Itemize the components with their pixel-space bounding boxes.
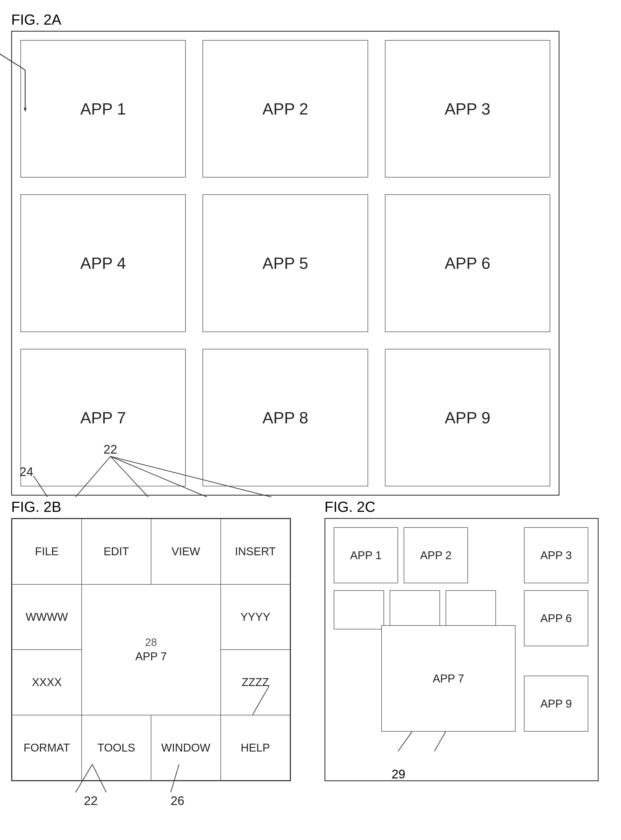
svg-text:26: 26 bbox=[171, 794, 184, 808]
svg-line-11 bbox=[76, 764, 92, 792]
app-cell-9: APP 9 bbox=[385, 349, 550, 486]
menu-app7-text: APP 7 bbox=[135, 650, 167, 663]
fig2c-outer: APP 1 APP 2 APP 3 APP 6 APP 7 APP 9 bbox=[324, 518, 598, 781]
svg-line-12 bbox=[92, 764, 106, 792]
menu-file: FILE bbox=[12, 519, 82, 584]
svg-text:22: 22 bbox=[84, 794, 98, 808]
fig2c-ann29: 29 bbox=[392, 767, 405, 781]
fig2c-small1 bbox=[334, 590, 384, 629]
svg-line-4 bbox=[33, 476, 48, 497]
app-cell-6: APP 6 bbox=[385, 194, 550, 332]
ann28-label: 28 bbox=[145, 636, 157, 649]
fig2c-app3: APP 3 bbox=[524, 527, 588, 583]
menu-view: VIEW bbox=[151, 519, 221, 584]
app-cell-4: APP 4 bbox=[20, 194, 186, 332]
app-cell-5: APP 5 bbox=[203, 194, 368, 332]
svg-text:24: 24 bbox=[20, 465, 33, 478]
fig2b-outer: FILE EDIT VIEW INSERT WWWW 28 APP 7 YYYY… bbox=[11, 518, 291, 781]
fig2b-ann-svg-bottom: 22 26 bbox=[11, 764, 319, 809]
fig2b-ann-svg-top: 24 22 bbox=[11, 442, 319, 504]
svg-line-7 bbox=[111, 456, 148, 497]
fig2c-label: FIG. 2C bbox=[324, 498, 598, 515]
fig2c-app6: APP 6 bbox=[524, 590, 588, 646]
app-cell-3: APP 3 bbox=[385, 40, 550, 178]
menu-zzzz: ZZZZ bbox=[221, 650, 290, 715]
svg-line-14 bbox=[171, 764, 179, 792]
fig2c-small2 bbox=[390, 590, 440, 629]
svg-text:22: 22 bbox=[103, 442, 117, 456]
page-container: FIG. 2A 20 APP 1 APP 2 APP 3 APP 4 APP 5… bbox=[0, 0, 621, 840]
svg-line-16 bbox=[398, 732, 412, 751]
svg-line-8 bbox=[111, 456, 207, 497]
menu-yyyy: YYYY bbox=[221, 584, 290, 650]
menu-xxxx: XXXX bbox=[12, 650, 82, 715]
fig2a-outer: APP 1 APP 2 APP 3 APP 4 APP 5 APP 6 APP … bbox=[11, 31, 559, 495]
app-cell-2: APP 2 bbox=[203, 40, 368, 178]
menu-grid: FILE EDIT VIEW INSERT WWWW 28 APP 7 YYYY… bbox=[12, 519, 290, 780]
menu-wwww: WWWW bbox=[12, 584, 82, 650]
app-cell-1: APP 1 bbox=[20, 40, 186, 178]
fig2c-app1: APP 1 bbox=[334, 527, 398, 583]
app-grid: APP 1 APP 2 APP 3 APP 4 APP 5 APP 6 APP … bbox=[12, 32, 559, 495]
svg-line-17 bbox=[435, 732, 445, 751]
overlap-layout: APP 1 APP 2 APP 3 APP 6 APP 7 APP 9 bbox=[325, 519, 598, 780]
fig2c-section: FIG. 2C APP 1 APP 2 APP 3 APP 6 APP 7 AP… bbox=[324, 498, 598, 781]
svg-line-6 bbox=[76, 456, 111, 497]
svg-line-9 bbox=[111, 456, 271, 497]
fig2a-section: FIG. 2A 20 APP 1 APP 2 APP 3 APP 4 APP 5… bbox=[11, 11, 559, 495]
menu-app7-span: 28 APP 7 bbox=[82, 584, 221, 715]
fig2b-section: 24 22 FIG. 2B FILE EDIT VIEW INSERT WWWW bbox=[11, 498, 291, 781]
fig2a-label: FIG. 2A bbox=[11, 11, 559, 28]
fig2c-app9: APP 9 bbox=[524, 676, 588, 732]
fig2c-app7: APP 7 bbox=[381, 625, 515, 732]
fig2c-app2: APP 2 bbox=[404, 527, 468, 583]
menu-insert: INSERT bbox=[221, 519, 290, 584]
menu-edit: EDIT bbox=[82, 519, 151, 584]
fig2c-small3 bbox=[445, 590, 496, 629]
